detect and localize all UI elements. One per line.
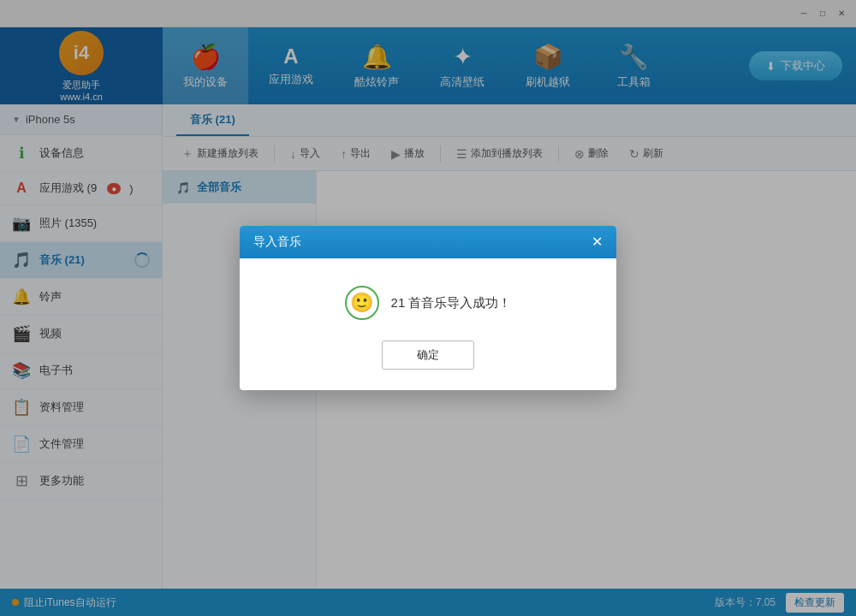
modal-message-text: 21 首音乐导入成功！: [391, 295, 512, 311]
smiley-icon: 🙂: [345, 286, 379, 320]
modal-body: 🙂 21 首音乐导入成功！: [240, 258, 616, 341]
modal-message: 🙂 21 首音乐导入成功！: [345, 286, 512, 320]
modal-overlay: 导入音乐 ✕ 🙂 21 首音乐导入成功！ 确定: [0, 0, 856, 616]
modal-title: 导入音乐: [253, 234, 301, 250]
confirm-button[interactable]: 确定: [382, 341, 474, 370]
modal-footer: 确定: [240, 341, 616, 390]
modal: 导入音乐 ✕ 🙂 21 首音乐导入成功！ 确定: [240, 226, 616, 390]
modal-header: 导入音乐 ✕: [240, 226, 616, 258]
modal-close-button[interactable]: ✕: [591, 235, 603, 249]
